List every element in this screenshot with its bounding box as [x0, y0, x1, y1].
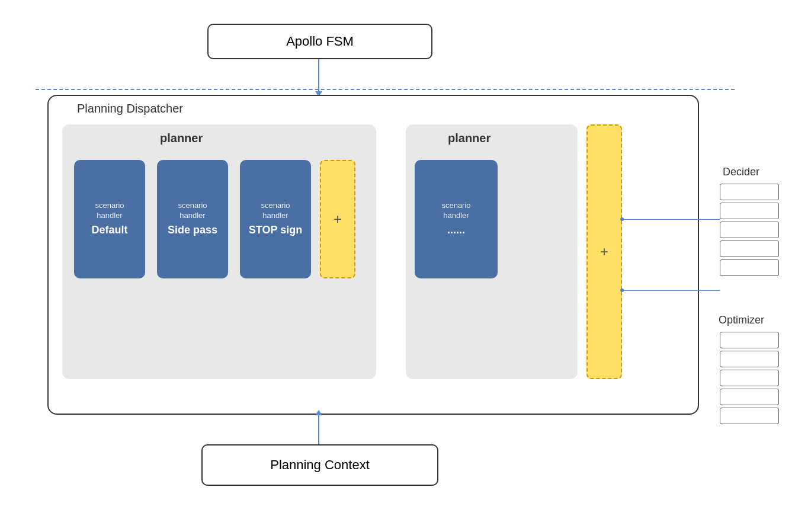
planner-right-label: planner [448, 132, 491, 145]
dashed-yellow-plus-left: + [320, 160, 355, 278]
dashed-separator [36, 89, 735, 90]
optimizer-stack-box-5 [720, 408, 779, 424]
scenario-card-stopsign-main: STOP sign [249, 223, 302, 237]
decider-stack [720, 184, 779, 276]
optimizer-stack-box-2 [720, 351, 779, 367]
decider-stack-box-4 [720, 241, 779, 257]
planning-context-label: Planning Context [270, 457, 370, 473]
scenario-card-sidepass-top: scenariohandler [178, 201, 207, 221]
apollo-fsm-label: Apollo FSM [286, 34, 354, 49]
plus-icon-right: + [600, 243, 608, 260]
arrow-fsm-to-dispatcher [318, 59, 319, 92]
optimizer-stack-box-1 [720, 332, 779, 348]
plus-icon-left: + [334, 211, 342, 227]
decider-label: Decider [723, 166, 759, 178]
scenario-card-default-main: Default [91, 223, 127, 237]
scenario-card-stopsign-top: scenariohandler [261, 201, 290, 221]
scenario-card-stopsign: scenariohandler STOP sign [240, 160, 311, 278]
diagram: Apollo FSM Planning Dispatcher planner p… [0, 0, 795, 532]
scenario-card-dots-main: ...... [447, 223, 465, 237]
dashed-yellow-plus-right: + [586, 124, 622, 379]
scenario-card-sidepass: scenariohandler Side pass [157, 160, 228, 278]
scenario-card-dots: scenariohandler ...... [415, 160, 498, 278]
line-to-decider [622, 219, 720, 220]
optimizer-stack-box-3 [720, 370, 779, 386]
scenario-card-default-top: scenariohandler [95, 201, 124, 221]
planning-context-box: Planning Context [201, 444, 438, 486]
optimizer-label: Optimizer [719, 314, 764, 326]
line-to-optimizer [622, 290, 720, 291]
planning-dispatcher-label: Planning Dispatcher [77, 102, 183, 116]
scenario-card-default: scenariohandler Default [74, 160, 145, 278]
scenario-card-sidepass-main: Side pass [168, 223, 217, 237]
planner-left-label: planner [160, 132, 203, 145]
apollo-fsm-box: Apollo FSM [207, 24, 432, 59]
scenario-card-dots-top: scenariohandler [441, 201, 470, 221]
optimizer-stack [720, 332, 779, 424]
optimizer-stack-box-4 [720, 389, 779, 405]
decider-stack-box-2 [720, 203, 779, 219]
decider-stack-box-1 [720, 184, 779, 200]
decider-stack-box-3 [720, 222, 779, 238]
decider-stack-box-5 [720, 259, 779, 276]
